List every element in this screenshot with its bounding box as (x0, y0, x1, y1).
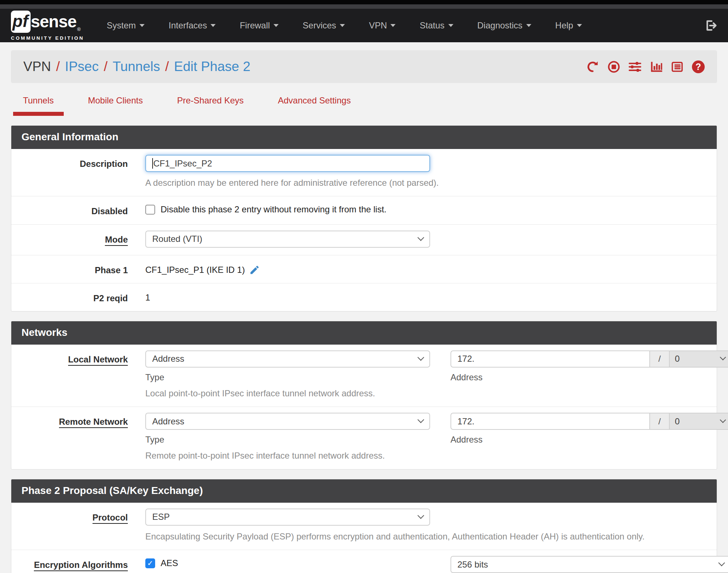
row-p2reqid: P2 reqid 1 (11, 283, 717, 311)
nav-item-label: Diagnostics (477, 20, 523, 31)
nav-item-interfaces[interactable]: Interfaces (169, 20, 216, 31)
remote-network-address-input[interactable]: 172. (450, 413, 649, 430)
aes-keylen-select[interactable]: 256 bits (450, 556, 728, 573)
chevron-down-icon (139, 24, 145, 27)
chevron-down-icon (274, 24, 279, 27)
chevron-down-icon (417, 354, 424, 361)
local-network-address-col: 172. / 0 Address (450, 350, 728, 399)
chevron-down-icon (417, 512, 424, 519)
phase1-value-wrap: CF1_IPsec_P1 (IKE ID 1) (145, 261, 707, 275)
description-input-value: CF1_IPsec_P2 (153, 158, 212, 169)
chevron-down-icon (718, 560, 725, 566)
tab-pre-shared-keys[interactable]: Pre-Shared Keys (167, 95, 253, 116)
breadcrumb-separator: / (104, 59, 107, 74)
breadcrumb-vpn: VPN (23, 59, 51, 74)
local-network-help-text: Local point-to-point IPsec interface tun… (145, 388, 430, 399)
nav-item-firewall[interactable]: Firewall (240, 20, 279, 31)
disabled-field-area: Disable this phase 2 entry without remov… (145, 202, 707, 217)
breadcrumb-bar: VPN / IPsec / Tunnels / Edit Phase 2 (11, 50, 717, 83)
chevron-down-icon (448, 24, 453, 27)
phase1-label: Phase 1 (21, 261, 128, 276)
pfsense-logo[interactable]: pf sense ® COMMUNITY EDITION (11, 11, 84, 41)
mode-select-value: Routed (VTI) (152, 234, 202, 244)
description-input[interactable]: CF1_IPsec_P2 (145, 155, 430, 172)
local-network-type-select[interactable]: Address (145, 350, 430, 368)
nav-item-system[interactable]: System (107, 20, 145, 31)
tab-mobile-clients[interactable]: Mobile Clients (78, 95, 153, 116)
local-network-type-value: Address (152, 354, 184, 364)
remote-network-address-value: 172. (457, 416, 475, 427)
aes-checkbox-wrap: ✓ AES (145, 556, 430, 568)
chevron-down-icon (417, 416, 424, 423)
aes-checkbox-area: ✓ AES (145, 556, 430, 573)
sliders-icon[interactable] (629, 60, 641, 73)
mode-label-text: Mode (105, 235, 128, 246)
nav-item-label: Firewall (240, 20, 270, 31)
list-icon[interactable] (671, 60, 684, 73)
remote-network-label-text: Remote Network (59, 417, 128, 428)
encryption-algorithms-label: Encryption Algorithms (21, 556, 128, 573)
nav-item-label: Help (555, 20, 573, 31)
row-mode: Mode Routed (VTI) (11, 224, 717, 255)
tab-bar: Tunnels Mobile Clients Pre-Shared Keys A… (11, 95, 717, 116)
pfsense-logo-sense: sense (31, 13, 76, 30)
remote-network-address-group: 172. / 0 (450, 413, 728, 430)
sign-out-icon[interactable] (705, 19, 717, 32)
tab-advanced-settings[interactable]: Advanced Settings (268, 95, 361, 116)
phase1-field-area: CF1_IPsec_P1 (IKE ID 1) (145, 261, 707, 276)
remote-network-mask-value: 0 (675, 416, 680, 427)
aes-checkbox-label: AES (161, 558, 178, 568)
remote-network-field-area: Address Type Remote point-to-point IPsec… (145, 413, 707, 462)
breadcrumb-ipsec[interactable]: IPsec (65, 59, 99, 74)
remote-network-type-sublabel: Type (145, 435, 430, 445)
nav-item-label: System (107, 20, 136, 31)
panel-networks: Networks Local Network Address Type Loca… (11, 321, 717, 470)
pencil-icon[interactable] (249, 264, 260, 275)
phase1-value: CF1_IPsec_P1 (IKE ID 1) (145, 265, 245, 275)
local-network-slash-addon: / (649, 350, 669, 368)
local-network-label-text: Local Network (68, 354, 128, 366)
breadcrumb-tunnels[interactable]: Tunnels (113, 59, 160, 74)
row-disabled: Disabled Disable this phase 2 entry with… (11, 196, 717, 224)
local-network-type-col: Address Type Local point-to-point IPsec … (145, 350, 430, 399)
panel-title: Networks (11, 321, 717, 345)
disabled-checkbox[interactable] (145, 205, 155, 215)
mode-select[interactable]: Routed (VTI) (145, 231, 430, 248)
local-network-address-input[interactable]: 172. (450, 350, 649, 368)
protocol-select[interactable]: ESP (145, 509, 430, 526)
nav-menu: System Interfaces Firewall Services VPN … (107, 20, 582, 31)
protocol-select-value: ESP (152, 512, 170, 522)
encryption-algorithms-label-text: Encryption Algorithms (34, 560, 128, 571)
main-navbar: pf sense ® COMMUNITY EDITION System Inte… (0, 9, 728, 42)
help-icon[interactable]: ? (692, 60, 705, 73)
panel-phase2-proposal: Phase 2 Proposal (SA/Key Exchange) Proto… (11, 479, 717, 573)
bar-chart-icon[interactable] (650, 60, 662, 73)
mode-label: Mode (21, 231, 128, 248)
refresh-icon[interactable] (586, 60, 599, 73)
aes-checkbox[interactable]: ✓ (145, 558, 155, 568)
row-protocol: Protocol ESP Encapsulating Security Payl… (11, 503, 717, 550)
remote-network-slash-addon: / (649, 413, 669, 430)
stop-icon[interactable] (607, 60, 620, 73)
nav-item-diagnostics[interactable]: Diagnostics (477, 20, 531, 31)
remote-network-type-select[interactable]: Address (145, 413, 430, 430)
remote-network-mask-select[interactable]: 0 (669, 413, 728, 430)
nav-item-status[interactable]: Status (420, 20, 453, 31)
description-help-text: A description may be entered here for ad… (145, 177, 707, 189)
aes-keylen-area: 256 bits (450, 556, 728, 573)
local-network-mask-select[interactable]: 0 (669, 350, 728, 368)
tab-tunnels[interactable]: Tunnels (13, 95, 64, 116)
nav-item-services[interactable]: Services (303, 20, 345, 31)
nav-item-vpn[interactable]: VPN (369, 20, 396, 31)
chevron-down-icon (720, 417, 726, 423)
remote-network-controls: Address Type Remote point-to-point IPsec… (145, 413, 707, 462)
p2reqid-value: 1 (145, 289, 707, 303)
description-label: Description (21, 155, 128, 189)
row-remote-network: Remote Network Address Type Remote point… (11, 407, 717, 469)
remote-network-help-text: Remote point-to-point IPsec interface tu… (145, 450, 430, 462)
nav-item-help[interactable]: Help (555, 20, 582, 31)
row-description: Description CF1_IPsec_P2 A description m… (11, 149, 717, 196)
row-local-network: Local Network Address Type Local point-t… (11, 345, 717, 407)
chevron-down-icon (340, 24, 345, 27)
row-encryption-aes: Encryption Algorithms ✓ AES 256 bits (11, 550, 717, 573)
